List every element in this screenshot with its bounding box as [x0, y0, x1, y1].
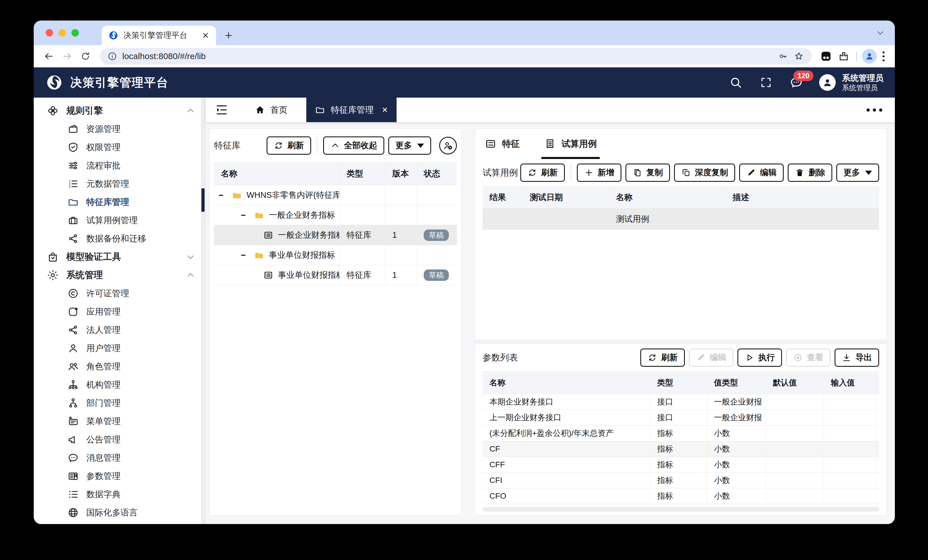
detail-tab-试算用例[interactable]: 试算用例: [544, 129, 597, 159]
sidebar-item-权限管理[interactable]: 权限管理: [34, 138, 205, 157]
org-icon: [67, 379, 79, 391]
刷新-button[interactable]: 刷新: [267, 137, 311, 155]
user-settings-button[interactable]: [439, 137, 457, 154]
messages-icon[interactable]: 120: [789, 75, 804, 90]
url-text[interactable]: localhost:8080/#/re/lib: [122, 52, 773, 61]
sidebar-scrollbar[interactable]: [201, 97, 205, 524]
name-cell: − 一般企业财务指标: [214, 205, 340, 225]
back-icon[interactable]: [41, 49, 56, 64]
复制-button[interactable]: 复制: [626, 164, 670, 182]
sidebar-item-元数据管理[interactable]: 123 元数据管理: [34, 175, 205, 193]
horizontal-scrollbar[interactable]: [482, 507, 879, 511]
extensions-puzzle-icon[interactable]: [836, 49, 851, 64]
param-row[interactable]: CFF 指标 小数: [482, 457, 879, 473]
browser-profile-avatar[interactable]: [862, 49, 877, 64]
testcase-section: 试算用例 刷新新增复制深度复制编辑删除更多 结果测试日期名称描述 测试用例: [475, 159, 887, 339]
param-card-icon: [67, 470, 79, 482]
sidebar-item-机构管理[interactable]: 机构管理: [34, 376, 205, 394]
close-window-button[interactable]: [46, 29, 53, 37]
zoom-window-button[interactable]: [72, 29, 79, 37]
tab-feature-library[interactable]: 特征库管理 ✕: [306, 97, 397, 122]
sidebar-item-试算用例管理[interactable]: 试算用例管理: [34, 211, 205, 230]
testcase-row[interactable]: 测试用例: [482, 208, 879, 230]
sidebar-item-菜单管理[interactable]: 菜单管理: [34, 412, 205, 431]
执行-button[interactable]: 执行: [737, 348, 782, 367]
panel-splitter[interactable]: [475, 339, 887, 344]
编辑-button[interactable]: 编辑: [739, 164, 784, 182]
param-type-cell: 指标: [650, 441, 707, 457]
bookmark-star-icon[interactable]: [794, 51, 804, 62]
sidebar-item-消息管理[interactable]: 消息管理: [34, 449, 205, 467]
sidebar-item-法人管理[interactable]: 法人管理: [34, 321, 205, 339]
fullscreen-icon[interactable]: [759, 75, 774, 90]
tab-close-icon[interactable]: ✕: [202, 30, 209, 41]
sidebar-item-资源管理[interactable]: 资源管理: [34, 120, 205, 138]
feature-tree-row[interactable]: 一般企业财务指标特征库1草稿: [214, 225, 457, 245]
更多-button[interactable]: 更多: [388, 137, 431, 155]
sidebar-item-角色管理[interactable]: 角色管理: [34, 358, 205, 376]
collapse-node-icon[interactable]: −: [241, 210, 249, 220]
default-value-cell: [766, 473, 824, 488]
new-tab-button[interactable]: +: [221, 27, 237, 43]
深度复制-button[interactable]: 深度复制: [674, 164, 735, 182]
password-key-icon[interactable]: [778, 51, 788, 61]
toolbar-divider: [856, 51, 857, 61]
编辑-button[interactable]: 编辑: [689, 348, 733, 367]
tab-home[interactable]: 首页: [255, 104, 287, 116]
sidebar-item-公告管理[interactable]: 公告管理: [34, 431, 205, 449]
param-row[interactable]: CFO 指标 小数: [482, 488, 879, 504]
tabbar-more-icon[interactable]: [867, 108, 882, 112]
browser-tab[interactable]: 决策引擎管理平台 ✕: [102, 26, 216, 45]
feature-tree-row[interactable]: 事业单位财报指标特征库1草稿: [214, 265, 457, 285]
刷新-button[interactable]: 刷新: [520, 164, 565, 182]
collapse-node-icon[interactable]: −: [218, 190, 227, 200]
param-row[interactable]: 本期企业财务接口 接口 一般企业财报: [482, 394, 879, 410]
feature-tree-row[interactable]: − WHNS非零售内评(特征库): [214, 185, 457, 205]
sidebar-item-国际化多语言[interactable]: 国际化多语言: [34, 504, 205, 522]
删除-button[interactable]: 删除: [788, 164, 832, 182]
param-type-cell: 指标: [650, 473, 707, 488]
minimize-window-button[interactable]: [59, 29, 66, 37]
导出-button[interactable]: 导出: [835, 348, 879, 367]
feature-tree-row[interactable]: − 一般企业财务指标: [214, 205, 457, 225]
sidebar-item-许可证管理[interactable]: 许可证管理: [34, 284, 205, 303]
tab-search-chevron-icon[interactable]: [876, 29, 885, 37]
user-avatar[interactable]: [819, 74, 836, 91]
sidebar-group-模型验证工具[interactable]: 模型验证工具: [34, 248, 205, 266]
reload-icon[interactable]: [78, 49, 93, 64]
sidebar-group-系统管理[interactable]: 系统管理: [34, 266, 205, 284]
新增-button[interactable]: 新增: [577, 164, 621, 182]
extension-app-icon[interactable]: [818, 49, 833, 64]
sidebar-item-流程审批[interactable]: 流程审批: [34, 157, 205, 175]
param-row[interactable]: CF 指标 小数: [482, 441, 879, 457]
sidebar-item-数据备份和迁移[interactable]: 数据备份和迁移: [34, 230, 205, 248]
detail-tab-特征[interactable]: 特征: [485, 129, 520, 159]
dept-icon: [67, 397, 79, 409]
sidebar-item-参数管理[interactable]: 参数管理: [34, 467, 205, 485]
sidebar-item-应用管理[interactable]: 应用管理: [34, 303, 205, 321]
forward-icon[interactable]: [60, 49, 75, 64]
sidebar-item-用户管理[interactable]: 用户管理: [34, 339, 205, 358]
更多-button[interactable]: 更多: [836, 164, 879, 182]
param-row[interactable]: (未分配利润+盈余公积)/年末总资产 指标 小数: [482, 426, 879, 441]
search-icon[interactable]: [728, 75, 743, 90]
param-row[interactable]: CFI 指标 小数: [482, 473, 879, 488]
user-info[interactable]: 系统管理员 系统管理员: [842, 73, 884, 92]
sidebar-item-部门管理[interactable]: 部门管理: [34, 394, 205, 412]
collapse-sidebar-icon[interactable]: [215, 103, 229, 117]
sidebar-group-规则引擎[interactable]: 规则引擎: [34, 102, 205, 120]
查看-button[interactable]: 查看: [786, 348, 830, 367]
folder-fill-icon: [254, 250, 264, 260]
刷新-button[interactable]: 刷新: [640, 348, 685, 367]
全部收起-button[interactable]: 全部收起: [323, 137, 384, 155]
sidebar-scrollbar-thumb[interactable]: [201, 189, 205, 212]
browser-menu-icon[interactable]: [882, 52, 885, 61]
sidebar-item-特征库管理[interactable]: 特征库管理: [34, 193, 205, 211]
tab-close-icon[interactable]: ✕: [382, 106, 388, 114]
address-bar[interactable]: localhost:8080/#/re/lib: [100, 48, 812, 64]
param-row[interactable]: 上一期企业财务接口 接口 一般企业财报: [482, 410, 879, 426]
sidebar-item-数据字典[interactable]: 数据字典: [34, 485, 205, 504]
site-info-icon[interactable]: [107, 52, 117, 61]
feature-tree-row[interactable]: − 事业单位财报指标: [214, 245, 457, 265]
collapse-node-icon[interactable]: −: [241, 250, 249, 260]
